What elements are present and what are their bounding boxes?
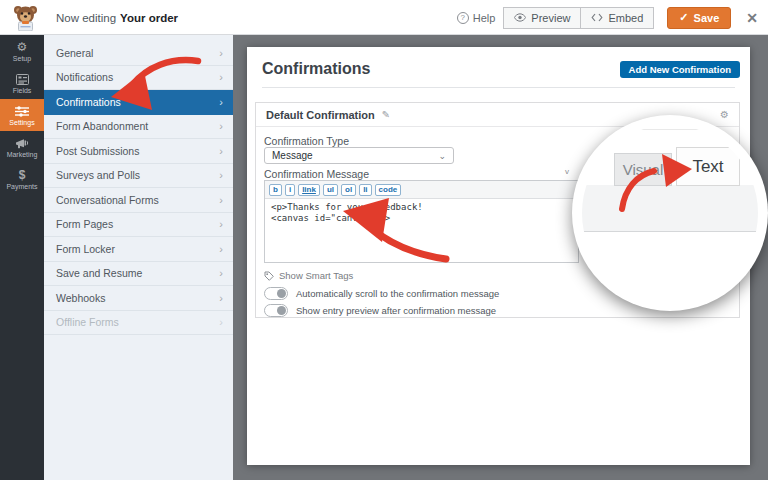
- submenu-item-surveys-and-polls[interactable]: Surveys and Polls›: [44, 164, 233, 189]
- sliders-icon: [15, 104, 29, 118]
- megaphone-icon: [15, 136, 29, 150]
- eye-icon: [514, 13, 526, 22]
- chevron-right-icon: ›: [219, 47, 223, 59]
- top-bar: Now editingYour order ? Help Preview Emb…: [0, 0, 768, 35]
- submenu-item-post-submissions[interactable]: Post Submissions›: [44, 139, 233, 164]
- edit-name-pencil-icon[interactable]: ✎: [382, 109, 390, 120]
- chevron-right-icon: ›: [219, 194, 223, 206]
- sidebar-item-fields[interactable]: Fields: [0, 67, 44, 99]
- ol-button[interactable]: ol: [341, 184, 356, 196]
- confirmation-message-textarea[interactable]: <p>Thanks for your feedback! <canvas id=…: [265, 199, 578, 262]
- confirmation-type-select[interactable]: Message ⌄: [264, 147, 454, 164]
- add-new-confirmation-button[interactable]: Add New Confirmation: [620, 61, 740, 78]
- chevron-right-icon: ›: [219, 218, 223, 230]
- ul-button[interactable]: ul: [323, 184, 338, 196]
- dollar-icon: $: [19, 168, 26, 182]
- auto-scroll-toggle[interactable]: [264, 287, 288, 300]
- gear-icon: ⚙: [17, 40, 28, 54]
- help-icon: ?: [457, 12, 469, 24]
- confirmation-type-label: Confirmation Type: [264, 135, 349, 147]
- submenu-item-form-abandonment[interactable]: Form Abandonment›: [44, 115, 233, 140]
- chevron-right-icon: ›: [219, 169, 223, 181]
- submenu-item-notifications[interactable]: Notifications›: [44, 66, 233, 91]
- wpforms-logo-icon: [12, 4, 39, 31]
- chevron-right-icon: ›: [219, 120, 223, 132]
- confirmation-message-label: Confirmation Message: [264, 168, 369, 180]
- chevron-right-icon: ›: [219, 96, 223, 108]
- sidebar-item-settings[interactable]: Settings: [0, 99, 44, 131]
- chevron-right-icon: ›: [219, 145, 223, 157]
- submenu-item-form-locker[interactable]: Form Locker›: [44, 237, 233, 262]
- builder-sidebar: ⚙ Setup Fields Settings Marketing $ Paym…: [0, 35, 44, 480]
- chevron-right-icon: ›: [219, 292, 223, 304]
- close-builder-icon[interactable]: ✕: [746, 10, 758, 26]
- red-arrow-to-text-tab: [582, 125, 758, 301]
- magnifier-callout: Visual Text: [572, 115, 768, 311]
- now-editing-label: Now editingYour order: [56, 0, 178, 35]
- settings-cog-icon[interactable]: ⚙: [720, 109, 729, 120]
- sidebar-item-marketing[interactable]: Marketing: [0, 131, 44, 163]
- settings-submenu: General› Notifications› Confirmations› F…: [44, 35, 233, 480]
- fields-icon: [16, 72, 29, 86]
- chevron-down-icon: ⌄: [438, 153, 446, 159]
- code-brackets-icon: [591, 13, 603, 22]
- submenu-item-webhooks[interactable]: Webhooks›: [44, 286, 233, 311]
- help-button[interactable]: ? Help: [457, 12, 496, 24]
- submenu-item-offline-forms[interactable]: Offline Forms›: [44, 311, 233, 336]
- italic-button[interactable]: i: [285, 184, 295, 196]
- li-button[interactable]: li: [359, 184, 371, 196]
- tag-icon: [264, 271, 274, 281]
- chevron-right-icon: ›: [219, 243, 223, 255]
- sidebar-item-setup[interactable]: ⚙ Setup: [0, 35, 44, 67]
- show-smart-tags-link[interactable]: Show Smart Tags: [264, 270, 353, 281]
- entry-preview-toggle-label: Show entry preview after confirmation me…: [296, 305, 496, 316]
- page-title: Confirmations: [262, 60, 370, 78]
- sidebar-item-payments[interactable]: $ Payments: [0, 163, 44, 195]
- form-name: Your order: [120, 12, 178, 24]
- auto-scroll-toggle-label: Automatically scroll to the confirmation…: [296, 288, 499, 299]
- chevron-right-icon: ›: [219, 267, 223, 279]
- chevron-right-icon: ›: [219, 71, 223, 83]
- preview-button[interactable]: Preview: [503, 7, 581, 29]
- link-button[interactable]: link: [298, 184, 320, 196]
- quicktags-toolbar: b i link ul ol li code: [265, 181, 578, 199]
- submenu-item-general[interactable]: General›: [44, 41, 233, 66]
- divider: [262, 87, 735, 88]
- submenu-item-form-pages[interactable]: Form Pages›: [44, 213, 233, 238]
- selected-option: Message: [272, 150, 313, 161]
- entry-preview-toggle[interactable]: [264, 304, 288, 317]
- panel-title: Default Confirmation: [266, 109, 375, 121]
- submenu-item-confirmations[interactable]: Confirmations›: [44, 90, 233, 115]
- embed-button[interactable]: Embed: [581, 7, 654, 29]
- submenu-item-conversational-forms[interactable]: Conversational Forms›: [44, 188, 233, 213]
- visual-tab-sliver: v: [565, 167, 569, 176]
- bold-button[interactable]: b: [269, 184, 282, 196]
- check-icon: ✓: [679, 11, 688, 24]
- code-button[interactable]: code: [375, 184, 402, 196]
- chevron-right-icon: ›: [219, 316, 223, 328]
- save-button[interactable]: ✓ Save: [667, 7, 731, 29]
- message-editor: b i link ul ol li code <p>Thanks for you…: [264, 180, 579, 263]
- submenu-item-save-and-resume[interactable]: Save and Resume›: [44, 262, 233, 287]
- magnified-editor-view: Visual Text: [582, 125, 758, 301]
